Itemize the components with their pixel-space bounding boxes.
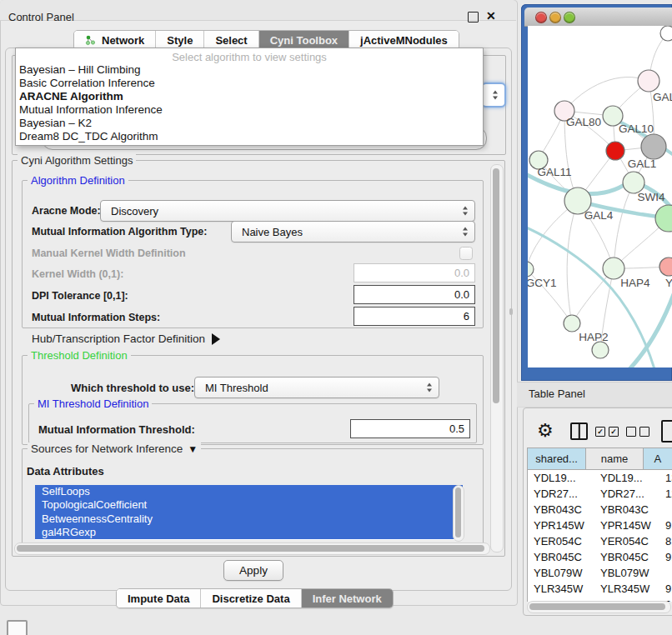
table-cell[interactable]: YPR145W	[594, 519, 659, 532]
tab-cyni-toolbox[interactable]: Cyni Toolbox	[259, 31, 349, 49]
table-cell[interactable]: YLR345W	[528, 582, 594, 595]
tab-jactivemnodules[interactable]: jActiveMNodules	[349, 31, 459, 49]
table-row[interactable]: YDL19...YDL19...13	[528, 470, 672, 486]
tab-impute-data[interactable]: Impute Data	[117, 589, 201, 608]
pane-splitter-handle[interactable]	[509, 308, 513, 315]
dropdown-item[interactable]: Basic Correlation Inference	[16, 77, 483, 90]
table-cell[interactable]: YER054C	[594, 535, 659, 548]
network-edge[interactable]	[614, 182, 634, 268]
float-window-icon[interactable]	[468, 12, 479, 22]
minimize-traffic-light[interactable]	[549, 12, 561, 23]
attributes-vertical-scrollbar[interactable]	[453, 485, 464, 542]
close-traffic-light[interactable]	[535, 12, 547, 23]
dpi-tolerance-input[interactable]: 0.0	[354, 285, 475, 304]
network-node-unlabeled[interactable]	[655, 205, 672, 232]
aracne-mode-select[interactable]: Discovery	[100, 200, 475, 222]
settings-horizontal-scrollbar[interactable]	[14, 542, 490, 555]
tab-select[interactable]: Select	[204, 31, 258, 49]
close-icon[interactable]: ✕	[486, 9, 496, 22]
table-cell[interactable]: YDR27...	[594, 488, 659, 500]
table-horizontal-scrollbar[interactable]	[527, 601, 671, 613]
table-cell[interactable]: YBL079W	[594, 567, 659, 579]
settings-vertical-scrollbar[interactable]	[490, 164, 504, 552]
table-cell[interactable]: 8.	[659, 535, 672, 548]
table-cell[interactable]: YBR043C	[594, 503, 659, 516]
table-cell[interactable]: YLR345W	[594, 582, 659, 595]
table-row[interactable]: YBL079WYBL079W	[528, 565, 672, 581]
kernel-width-input[interactable]: 0.0	[354, 263, 475, 282]
attribute-item[interactable]: BetweennessCentrality	[35, 512, 463, 526]
network-node-Y[interactable]	[659, 258, 672, 276]
control-panel-titlebar[interactable]	[0, 0, 516, 21]
gear-icon[interactable]: ⚙	[537, 421, 554, 441]
table-cell[interactable]: 12	[659, 488, 672, 500]
scrollbar-thumb[interactable]	[17, 545, 484, 552]
scrollbar-thumb[interactable]	[493, 168, 499, 403]
which-threshold-select[interactable]: MI Threshold	[194, 377, 439, 398]
table-row[interactable]: YBR043CYBR043C	[528, 502, 672, 518]
network-node-unlabeled[interactable]	[641, 134, 666, 159]
network-node-GAL1[interactable]	[606, 142, 624, 160]
column-header-name[interactable]: name	[586, 448, 644, 469]
table-row[interactable]: YBR045CYBR045C9.	[528, 549, 672, 565]
column-header-partial[interactable]: A	[644, 448, 672, 469]
attribute-item[interactable]: TopologicalCoefficient	[35, 498, 463, 512]
table-cell[interactable]: 9.	[659, 551, 672, 563]
hub-definition-toggle[interactable]: Hub/Transcription Factor Definition	[32, 332, 220, 345]
scrollbar-thumb[interactable]	[529, 603, 665, 610]
dropdown-item[interactable]: Mutual Information Inference	[16, 103, 483, 117]
network-node-unlabeled[interactable]	[660, 26, 672, 41]
table-cell[interactable]: YBL079W	[528, 567, 594, 579]
table-cell[interactable]: YDL19...	[528, 472, 594, 484]
dropdown-item[interactable]: Bayesian – K2	[16, 117, 483, 130]
table-row[interactable]: YPR145WYPR145W9.	[528, 518, 672, 533]
tab-style[interactable]: Style	[156, 31, 204, 49]
table-cell[interactable]: YBR045C	[528, 551, 594, 563]
network-node-HAP2[interactable]	[564, 315, 580, 332]
table-cell[interactable]: 13	[659, 472, 672, 484]
network-edge[interactable]	[567, 201, 578, 323]
table-row[interactable]: YLR345WYLR345W9.	[528, 581, 672, 597]
which-threshold-label: Which threshold to use:	[71, 382, 194, 394]
table-cell[interactable]: 9.	[659, 519, 672, 532]
tab-discretize-data[interactable]: Discretize Data	[201, 589, 301, 608]
dropdown-item[interactable]: Dream8 DC_TDC Algorithm	[16, 130, 483, 143]
network-node-unlabeled[interactable]	[592, 342, 609, 358]
manual-kernel-width-checkbox[interactable]	[459, 247, 473, 260]
document-icon[interactable]	[661, 420, 672, 442]
mi-threshold-input[interactable]: 0.5	[350, 419, 470, 438]
attribute-item[interactable]: SelfLoops	[35, 485, 463, 498]
manual-kernel-width-label: Manual Kernel Width Definition	[32, 248, 186, 259]
network-edge[interactable]	[528, 226, 654, 368]
network-edge[interactable]	[564, 77, 649, 111]
tab-infer-network[interactable]: Infer Network	[302, 589, 393, 608]
sources-toggle[interactable]: Sources for Network Inference▼	[28, 442, 201, 455]
network-node-GCY1[interactable]	[528, 262, 534, 277]
table-cell[interactable]: 9.	[659, 582, 672, 595]
deselect-all-columns-icon[interactable]	[626, 427, 649, 437]
network-canvas[interactable]: GALGAL80GAL10GAL1GAL11SWI4GAL4GCY1HAP4YH…	[528, 26, 672, 368]
mi-algorithm-type-select[interactable]: Naive Bayes	[231, 221, 475, 242]
table-cell[interactable]: YBR043C	[528, 503, 594, 516]
zoom-traffic-light[interactable]	[564, 12, 575, 23]
apply-button[interactable]: Apply	[223, 560, 283, 581]
tab-network[interactable]: Network	[74, 31, 156, 49]
mi-steps-input[interactable]: 6	[354, 307, 475, 326]
table-cell[interactable]: YBR045C	[594, 551, 659, 563]
split-columns-icon[interactable]	[570, 422, 588, 440]
column-header-shared-name[interactable]: shared...	[528, 448, 586, 469]
table-cell[interactable]: YPR145W	[528, 519, 594, 532]
algorithm-combobox-fragment[interactable]	[481, 82, 506, 108]
dock-panel-icon[interactable]	[7, 620, 28, 635]
network-node-GAL[interactable]	[638, 70, 659, 92]
scrollbar-thumb[interactable]	[455, 488, 461, 538]
table-cell[interactable]: YER054C	[528, 535, 594, 548]
dropdown-item[interactable]: Bayesian – Hill Climbing	[16, 63, 483, 77]
table-row[interactable]: YER054CYER054C8.	[528, 533, 672, 549]
attribute-item[interactable]: gal4RGexp	[35, 526, 463, 539]
table-cell[interactable]: YDR27...	[528, 488, 594, 500]
select-all-columns-icon[interactable]: ✓ ✓	[595, 427, 619, 437]
table-row[interactable]: YDR27...YDR27...12	[528, 486, 672, 502]
table-cell[interactable]: YDL19...	[594, 472, 659, 484]
dropdown-item-selected[interactable]: ARACNE Algorithm	[16, 90, 483, 103]
